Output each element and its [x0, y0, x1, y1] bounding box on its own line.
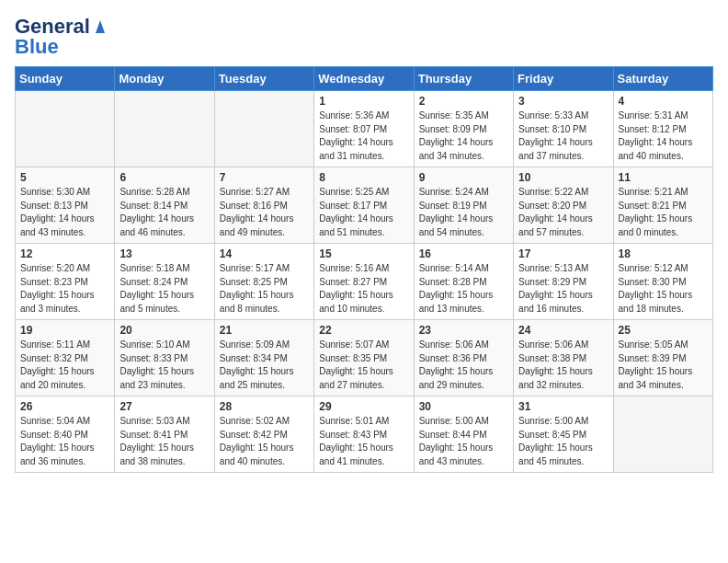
day-info: Sunrise: 5:06 AM Sunset: 8:36 PM Dayligh… — [419, 339, 508, 392]
day-info: Sunrise: 5:25 AM Sunset: 8:17 PM Dayligh… — [319, 186, 408, 239]
logo: General Blue — [15, 15, 108, 59]
day-info: Sunrise: 5:00 AM Sunset: 8:45 PM Dayligh… — [518, 415, 608, 468]
day-number: 31 — [518, 400, 608, 413]
day-info: Sunrise: 5:18 AM Sunset: 8:24 PM Dayligh… — [119, 262, 209, 316]
day-number: 6 — [119, 171, 209, 184]
day-info: Sunrise: 5:30 AM Sunset: 8:13 PM Dayligh… — [20, 186, 109, 239]
day-info: Sunrise: 5:03 AM Sunset: 8:41 PM Dayligh… — [119, 415, 209, 468]
calendar-cell: 26Sunrise: 5:04 AM Sunset: 8:40 PM Dayli… — [16, 396, 115, 473]
day-number: 16 — [419, 247, 508, 260]
day-info: Sunrise: 5:05 AM Sunset: 8:39 PM Dayligh… — [619, 339, 708, 392]
day-number: 24 — [518, 324, 608, 337]
calendar-cell: 2Sunrise: 5:35 AM Sunset: 8:09 PM Daylig… — [414, 91, 513, 167]
calendar-cell: 24Sunrise: 5:06 AM Sunset: 8:38 PM Dayli… — [514, 320, 613, 396]
calendar-cell: 4Sunrise: 5:31 AM Sunset: 8:12 PM Daylig… — [613, 91, 712, 167]
day-info: Sunrise: 5:00 AM Sunset: 8:44 PM Dayligh… — [419, 415, 508, 468]
calendar-cell: 6Sunrise: 5:28 AM Sunset: 8:14 PM Daylig… — [115, 167, 214, 244]
day-info: Sunrise: 5:17 AM Sunset: 8:25 PM Dayligh… — [220, 262, 309, 316]
weekday-header-saturday: Saturday — [613, 67, 712, 91]
day-number: 12 — [20, 247, 109, 260]
calendar-cell: 16Sunrise: 5:14 AM Sunset: 8:28 PM Dayli… — [414, 244, 513, 320]
day-number: 15 — [319, 247, 408, 260]
day-info: Sunrise: 5:20 AM Sunset: 8:23 PM Dayligh… — [20, 262, 109, 316]
day-number: 14 — [220, 247, 309, 260]
calendar-cell — [16, 91, 115, 167]
weekday-header-sunday: Sunday — [16, 67, 115, 91]
day-number: 28 — [220, 400, 309, 413]
day-info: Sunrise: 5:04 AM Sunset: 8:40 PM Dayligh… — [20, 415, 109, 468]
calendar-cell: 19Sunrise: 5:11 AM Sunset: 8:32 PM Dayli… — [16, 320, 115, 396]
calendar-cell: 5Sunrise: 5:30 AM Sunset: 8:13 PM Daylig… — [16, 167, 115, 244]
calendar-cell: 23Sunrise: 5:06 AM Sunset: 8:36 PM Dayli… — [414, 320, 513, 396]
day-info: Sunrise: 5:35 AM Sunset: 8:09 PM Dayligh… — [419, 109, 508, 163]
day-number: 4 — [619, 95, 708, 108]
calendar-cell — [613, 396, 712, 473]
day-info: Sunrise: 5:02 AM Sunset: 8:42 PM Dayligh… — [220, 415, 309, 468]
day-info: Sunrise: 5:16 AM Sunset: 8:27 PM Dayligh… — [319, 262, 408, 316]
calendar-cell: 21Sunrise: 5:09 AM Sunset: 8:34 PM Dayli… — [214, 320, 313, 396]
calendar-cell: 31Sunrise: 5:00 AM Sunset: 8:45 PM Dayli… — [514, 396, 613, 473]
day-info: Sunrise: 5:36 AM Sunset: 8:07 PM Dayligh… — [319, 109, 408, 163]
calendar-week-row: 19Sunrise: 5:11 AM Sunset: 8:32 PM Dayli… — [16, 320, 713, 396]
calendar-cell: 12Sunrise: 5:20 AM Sunset: 8:23 PM Dayli… — [16, 244, 115, 320]
weekday-header-monday: Monday — [115, 67, 214, 91]
day-info: Sunrise: 5:10 AM Sunset: 8:33 PM Dayligh… — [119, 339, 209, 392]
day-info: Sunrise: 5:09 AM Sunset: 8:34 PM Dayligh… — [220, 339, 309, 392]
day-number: 10 — [518, 171, 608, 184]
calendar-cell: 13Sunrise: 5:18 AM Sunset: 8:24 PM Dayli… — [115, 244, 214, 320]
day-info: Sunrise: 5:27 AM Sunset: 8:16 PM Dayligh… — [220, 186, 309, 239]
day-number: 7 — [220, 171, 309, 184]
day-number: 27 — [119, 400, 209, 413]
calendar-cell: 1Sunrise: 5:36 AM Sunset: 8:07 PM Daylig… — [314, 91, 414, 167]
day-number: 13 — [119, 247, 209, 260]
day-number: 11 — [619, 171, 708, 184]
calendar-week-row: 12Sunrise: 5:20 AM Sunset: 8:23 PM Dayli… — [16, 244, 713, 320]
calendar-cell: 20Sunrise: 5:10 AM Sunset: 8:33 PM Dayli… — [115, 320, 214, 396]
calendar-cell: 25Sunrise: 5:05 AM Sunset: 8:39 PM Dayli… — [613, 320, 712, 396]
calendar-week-row: 5Sunrise: 5:30 AM Sunset: 8:13 PM Daylig… — [16, 167, 713, 244]
calendar-cell: 3Sunrise: 5:33 AM Sunset: 8:10 PM Daylig… — [514, 91, 613, 167]
day-number: 22 — [319, 324, 408, 337]
day-info: Sunrise: 5:12 AM Sunset: 8:30 PM Dayligh… — [619, 262, 708, 316]
weekday-header-wednesday: Wednesday — [314, 67, 414, 91]
day-info: Sunrise: 5:06 AM Sunset: 8:38 PM Dayligh… — [518, 339, 608, 392]
day-number: 2 — [419, 95, 508, 108]
calendar-cell: 18Sunrise: 5:12 AM Sunset: 8:30 PM Dayli… — [613, 244, 712, 320]
weekday-header-row: SundayMondayTuesdayWednesdayThursdayFrid… — [16, 67, 713, 91]
calendar-cell — [214, 91, 313, 167]
calendar-cell: 22Sunrise: 5:07 AM Sunset: 8:35 PM Dayli… — [314, 320, 414, 396]
day-number: 30 — [419, 400, 508, 413]
weekday-header-thursday: Thursday — [414, 67, 513, 91]
calendar-cell — [115, 91, 214, 167]
calendar-week-row: 26Sunrise: 5:04 AM Sunset: 8:40 PM Dayli… — [16, 396, 713, 473]
calendar-cell: 7Sunrise: 5:27 AM Sunset: 8:16 PM Daylig… — [214, 167, 313, 244]
day-number: 25 — [619, 324, 708, 337]
day-number: 23 — [419, 324, 508, 337]
calendar-cell: 17Sunrise: 5:13 AM Sunset: 8:29 PM Dayli… — [514, 244, 613, 320]
day-info: Sunrise: 5:11 AM Sunset: 8:32 PM Dayligh… — [20, 339, 109, 392]
day-info: Sunrise: 5:28 AM Sunset: 8:14 PM Dayligh… — [119, 186, 209, 239]
day-info: Sunrise: 5:13 AM Sunset: 8:29 PM Dayligh… — [518, 262, 608, 316]
day-number: 18 — [619, 247, 708, 260]
calendar-cell: 10Sunrise: 5:22 AM Sunset: 8:20 PM Dayli… — [514, 167, 613, 244]
day-number: 21 — [220, 324, 309, 337]
day-info: Sunrise: 5:33 AM Sunset: 8:10 PM Dayligh… — [518, 109, 608, 163]
day-number: 8 — [319, 171, 408, 184]
day-info: Sunrise: 5:14 AM Sunset: 8:28 PM Dayligh… — [419, 262, 508, 316]
calendar-week-row: 1Sunrise: 5:36 AM Sunset: 8:07 PM Daylig… — [16, 91, 713, 167]
weekday-header-tuesday: Tuesday — [214, 67, 313, 91]
calendar-cell: 30Sunrise: 5:00 AM Sunset: 8:44 PM Dayli… — [414, 396, 513, 473]
calendar-cell: 11Sunrise: 5:21 AM Sunset: 8:21 PM Dayli… — [613, 167, 712, 244]
day-info: Sunrise: 5:21 AM Sunset: 8:21 PM Dayligh… — [619, 186, 708, 239]
svg-marker-0 — [96, 20, 105, 33]
calendar-cell: 28Sunrise: 5:02 AM Sunset: 8:42 PM Dayli… — [214, 396, 313, 473]
logo-blue: Blue — [15, 35, 59, 59]
day-number: 19 — [20, 324, 109, 337]
calendar-table: SundayMondayTuesdayWednesdayThursdayFrid… — [15, 66, 713, 473]
header: General Blue — [15, 15, 713, 59]
logo-triangle-icon — [92, 18, 108, 35]
day-info: Sunrise: 5:31 AM Sunset: 8:12 PM Dayligh… — [619, 109, 708, 163]
day-info: Sunrise: 5:22 AM Sunset: 8:20 PM Dayligh… — [518, 186, 608, 239]
day-number: 29 — [319, 400, 408, 413]
day-number: 9 — [419, 171, 508, 184]
